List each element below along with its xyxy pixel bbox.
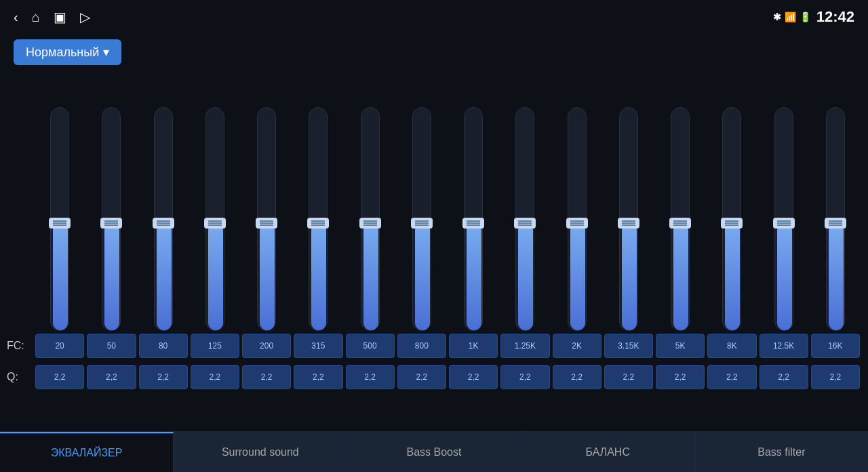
q-button[interactable]: 2,2 [553,365,601,389]
slider-handle[interactable] [359,218,381,229]
slider-fill [777,223,792,330]
slider-track[interactable] [257,107,276,331]
q-button[interactable]: 2,2 [760,365,808,389]
slider-col [810,43,861,331]
status-icons: ✱ 📶 🔋 [773,12,811,22]
slider-handle[interactable] [256,218,277,229]
fc-button[interactable]: 80 [139,334,188,358]
slider-fill [570,223,585,330]
slider-handle[interactable] [773,218,795,229]
slider-track[interactable] [722,107,741,331]
slider-track[interactable] [515,107,534,331]
back-icon[interactable]: ‹ [14,9,18,25]
slider-track[interactable] [309,107,328,331]
slider-handle[interactable] [825,218,846,229]
tab-eq[interactable]: ЭКВАЛАЙЗЕР [0,432,174,472]
slider-fill [311,223,326,330]
slider-track[interactable] [50,107,69,331]
q-button[interactable]: 2,2 [346,365,395,389]
slider-track[interactable] [671,107,690,331]
q-button[interactable]: 2,2 [35,365,84,389]
slider-handle[interactable] [204,218,226,229]
q-button[interactable]: 2,2 [87,365,136,389]
slider-handle[interactable] [462,218,484,229]
slider-col [551,43,603,331]
square-icon[interactable]: ▣ [54,9,66,25]
tab-balance[interactable]: БАЛАНС [521,432,695,472]
q-button[interactable]: 2,2 [656,365,705,389]
slider-handle[interactable] [566,218,588,229]
q-button[interactable]: 2,2 [397,365,446,389]
slider-track[interactable] [464,107,483,331]
slider-track[interactable] [568,107,587,331]
fc-button[interactable]: 16K [811,334,860,358]
slider-col [189,43,241,331]
fc-button[interactable]: 8K [707,334,756,358]
slider-handle[interactable] [100,218,122,229]
fc-button[interactable]: 500 [346,334,395,358]
slider-track[interactable] [102,107,121,331]
slider-col [758,43,810,331]
clock: 12:42 [816,8,854,26]
slider-col [34,43,85,331]
slider-handle[interactable] [669,218,691,229]
fc-button[interactable]: 200 [242,334,291,358]
slider-handle[interactable] [411,218,433,229]
slider-col [448,43,499,331]
slider-track[interactable] [154,107,173,331]
slider-col [396,43,448,331]
slider-track[interactable] [826,107,845,331]
slider-col [344,43,396,331]
q-button[interactable]: 2,2 [242,365,291,389]
fc-button[interactable]: 50 [87,334,136,358]
tab-surround[interactable]: Surround sound [174,432,347,472]
fc-button[interactable]: 315 [294,334,342,358]
slider-fill [467,223,481,330]
fc-buttons: 2050801252003155008001K1.25K2K3.15K5K8K1… [34,334,861,358]
q-button[interactable]: 2,2 [449,365,498,389]
home-icon[interactable]: ⌂ [32,9,40,25]
slider-col [138,43,189,331]
slider-handle[interactable] [153,218,174,229]
q-button[interactable]: 2,2 [811,365,860,389]
slider-handle[interactable] [618,218,639,229]
fc-button[interactable]: 3.15K [604,334,653,358]
slider-handle[interactable] [307,218,329,229]
fc-button[interactable]: 1K [449,334,498,358]
fc-button[interactable]: 1.25K [500,334,549,358]
slider-track[interactable] [205,107,224,331]
slider-track[interactable] [774,107,793,331]
fc-button[interactable]: 20 [35,334,84,358]
q-button[interactable]: 2,2 [500,365,549,389]
fc-button[interactable]: 2K [553,334,601,358]
slider-fill [157,223,172,330]
q-button[interactable]: 2,2 [707,365,756,389]
slider-fill [829,223,844,330]
slider-col [603,43,654,331]
q-button[interactable]: 2,2 [604,365,653,389]
slider-col [241,43,292,331]
fc-row: FC: 2050801252003155008001K1.25K2K3.15K5… [34,331,861,361]
fc-button[interactable]: 125 [191,334,239,358]
slider-fill [363,223,378,330]
wifi-icon: 📶 [785,12,796,22]
slider-fill [415,223,430,330]
slider-fill [208,223,223,330]
slider-fill [104,223,119,330]
fc-button[interactable]: 12.5K [760,334,808,358]
slider-handle[interactable] [514,218,536,229]
q-button[interactable]: 2,2 [294,365,342,389]
fc-button[interactable]: 5K [656,334,705,358]
tab-bass-boost[interactable]: Bass Boost [347,432,521,472]
slider-handle[interactable] [49,218,71,229]
tab-bass-filter[interactable]: Bass filter [695,432,868,472]
q-button[interactable]: 2,2 [139,365,188,389]
play-icon[interactable]: ▷ [80,9,90,25]
fc-button[interactable]: 800 [397,334,446,358]
slider-col [654,43,706,331]
slider-track[interactable] [412,107,431,331]
q-button[interactable]: 2,2 [191,365,239,389]
slider-track[interactable] [619,107,638,331]
slider-track[interactable] [361,107,380,331]
slider-handle[interactable] [721,218,743,229]
